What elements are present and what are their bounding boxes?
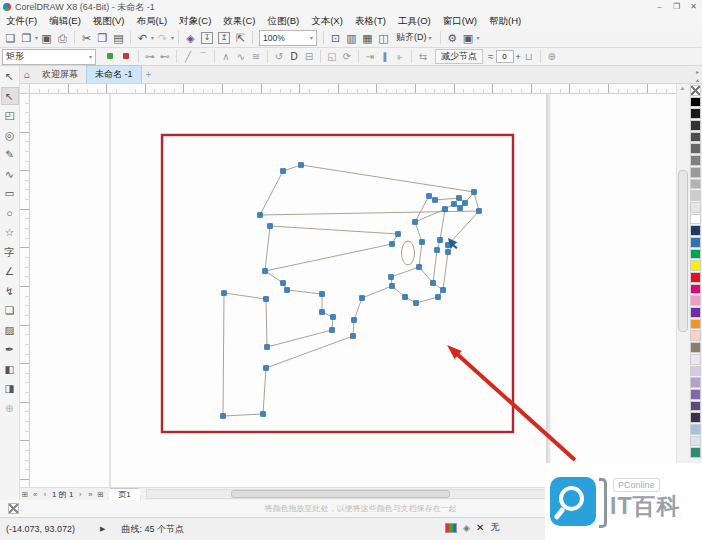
docker-collapse-buttons[interactable]: ▸▴ — [696, 68, 702, 83]
options-icon[interactable]: ⚙ — [445, 30, 460, 46]
color-swatch[interactable] — [690, 272, 701, 283]
tab-untitled-document[interactable]: 未命名 -1 — [86, 65, 142, 83]
add-node-button[interactable] — [103, 49, 118, 64]
chevron-down-icon[interactable]: ▾ — [151, 34, 154, 41]
zoom-level-select[interactable]: 100%▾ — [259, 30, 317, 46]
ellipse-tool[interactable]: ○ — [2, 205, 18, 221]
menu-edit[interactable]: 编辑(E) — [43, 14, 87, 28]
open-icon[interactable]: ❐ — [19, 30, 34, 46]
color-swatch[interactable] — [690, 307, 701, 318]
menu-bitmaps[interactable]: 位图(B) — [262, 14, 306, 28]
drop-shadow-tool[interactable]: ❏ — [2, 302, 18, 318]
outline-none-icon[interactable]: ✕ — [476, 522, 484, 533]
crop-tool[interactable]: ◰ — [2, 107, 18, 123]
color-proof-icon[interactable] — [445, 523, 457, 533]
chevron-down-icon[interactable]: ▾ — [35, 34, 38, 41]
add-page-start-button[interactable]: ⊞ — [20, 490, 30, 499]
polygon-tool[interactable]: ☆ — [2, 224, 18, 240]
color-swatch[interactable] — [690, 132, 701, 143]
connector-tool[interactable]: ↯ — [2, 283, 18, 299]
color-swatch[interactable] — [690, 295, 701, 306]
page-tab[interactable]: 页1 — [108, 488, 140, 501]
menu-tools[interactable]: 工具(O) — [392, 14, 437, 28]
transparency-tool[interactable]: ▨ — [2, 322, 18, 338]
document-palette-no-color-swatch[interactable] — [8, 503, 19, 514]
restore-button[interactable]: ❐ — [668, 0, 685, 14]
elastic-mode-icon[interactable]: ⇆ — [416, 49, 430, 64]
menu-object[interactable]: 对象(C) — [173, 14, 217, 28]
color-swatch[interactable] — [690, 284, 701, 295]
color-swatch[interactable] — [690, 214, 701, 225]
color-swatch[interactable] — [690, 260, 701, 271]
reduce-nodes-button[interactable]: 减少节点 — [435, 49, 483, 64]
color-swatch[interactable] — [690, 143, 701, 154]
selection-mode-select[interactable]: 矩形▾ — [2, 49, 96, 65]
menu-table[interactable]: 表格(T) — [349, 14, 392, 28]
color-swatch[interactable] — [690, 249, 701, 260]
no-color-swatch[interactable] — [690, 85, 701, 96]
color-swatch[interactable] — [690, 97, 701, 108]
menu-help[interactable]: 帮助(H) — [483, 14, 527, 28]
color-swatch[interactable] — [690, 237, 701, 248]
pick-tool[interactable]: ↖ — [2, 68, 18, 84]
search-content-icon[interactable]: ◈ — [183, 30, 198, 46]
color-swatch[interactable] — [690, 120, 701, 131]
color-swatch[interactable] — [690, 225, 701, 236]
color-swatch[interactable] — [690, 401, 701, 412]
show-guidelines-icon[interactable]: ◫ — [376, 30, 391, 46]
chevron-down-icon[interactable]: ▾ — [477, 34, 480, 41]
copy-icon[interactable]: ❒ — [95, 30, 110, 46]
publish-to-pdf-icon[interactable]: ⇱ — [233, 30, 248, 46]
color-swatch[interactable] — [690, 366, 701, 377]
menu-text[interactable]: 文本(X) — [305, 14, 349, 28]
color-eyedropper-tool[interactable]: ✒ — [2, 341, 18, 357]
color-swatch[interactable] — [690, 354, 701, 365]
minimize-button[interactable]: – — [651, 0, 668, 14]
break-curve-icon[interactable]: ⊷ — [158, 49, 172, 64]
color-swatch[interactable] — [690, 108, 701, 119]
smart-fill-tool[interactable]: ◨ — [2, 380, 18, 396]
new-document-tab-button[interactable]: + — [142, 66, 156, 83]
new-document-icon[interactable]: ❏ — [3, 30, 18, 46]
paste-icon[interactable]: ▤ — [111, 30, 126, 46]
prev-page-button[interactable]: ‹ — [40, 490, 50, 499]
last-page-button[interactable]: » — [85, 490, 95, 499]
symmetrical-node-icon[interactable]: ≋ — [249, 49, 263, 64]
reverse-direction-icon[interactable]: ↺ — [272, 49, 286, 64]
color-swatch[interactable] — [690, 389, 701, 400]
select-all-nodes-icon[interactable]: ⊔ — [522, 49, 536, 64]
import-icon[interactable]: ↧ — [201, 32, 213, 44]
export-icon[interactable]: ↥ — [218, 32, 230, 44]
interactive-fill-tool[interactable]: ◧ — [2, 361, 18, 377]
drawing-canvas[interactable] — [30, 94, 676, 487]
show-grid-icon[interactable]: ▦ — [360, 30, 375, 46]
curve-smoothness-input[interactable] — [496, 50, 514, 63]
rotate-nodes-icon[interactable]: ⟳ — [340, 49, 354, 64]
smooth-node-icon[interactable]: ∿ — [234, 49, 248, 64]
plus-stepper-icon[interactable]: + — [516, 52, 521, 62]
zoom-tool[interactable]: ◎ — [2, 127, 18, 143]
freehand-tool[interactable]: ✎ — [2, 146, 18, 162]
horizontal-ruler[interactable] — [30, 84, 676, 94]
redo-icon[interactable]: ↷ — [155, 30, 170, 46]
color-swatch[interactable] — [690, 377, 701, 388]
join-nodes-icon[interactable]: ⊶ — [143, 49, 157, 64]
vertical-scrollbar[interactable]: ▲ ▼ — [676, 84, 688, 487]
text-tool[interactable]: 字 — [2, 244, 18, 260]
application-launcher-icon[interactable]: ▣ — [461, 30, 476, 46]
scroll-up-icon[interactable]: ▲ — [677, 85, 688, 91]
dimension-tool[interactable]: ∠ — [2, 263, 18, 279]
close-curve-icon[interactable]: D — [287, 49, 301, 64]
home-icon[interactable]: ⌂ — [20, 66, 34, 83]
close-button[interactable]: ✕ — [685, 0, 702, 14]
tab-welcome-screen[interactable]: 欢迎屏幕 — [34, 66, 86, 83]
color-swatch[interactable] — [690, 342, 701, 353]
color-swatch[interactable] — [690, 412, 701, 423]
undo-icon[interactable]: ↶ — [135, 30, 150, 46]
first-page-button[interactable]: « — [30, 490, 40, 499]
box-mode-icon[interactable]: ⊕ — [545, 49, 559, 64]
color-swatch[interactable] — [690, 319, 701, 330]
bezier-tool[interactable]: ∿ — [2, 166, 18, 182]
vertical-ruler[interactable] — [20, 94, 30, 487]
menu-file[interactable]: 文件(F) — [0, 14, 43, 28]
